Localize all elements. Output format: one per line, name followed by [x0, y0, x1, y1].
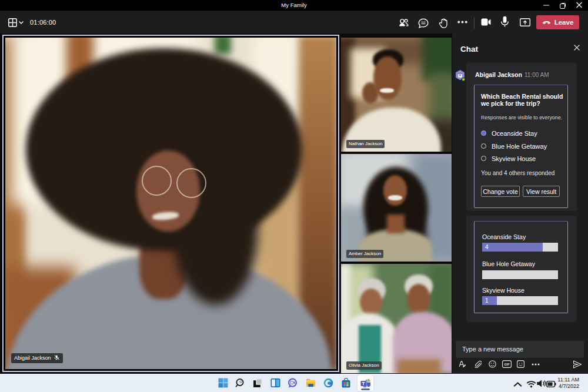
svg-text:GIF: GIF [504, 363, 510, 366]
